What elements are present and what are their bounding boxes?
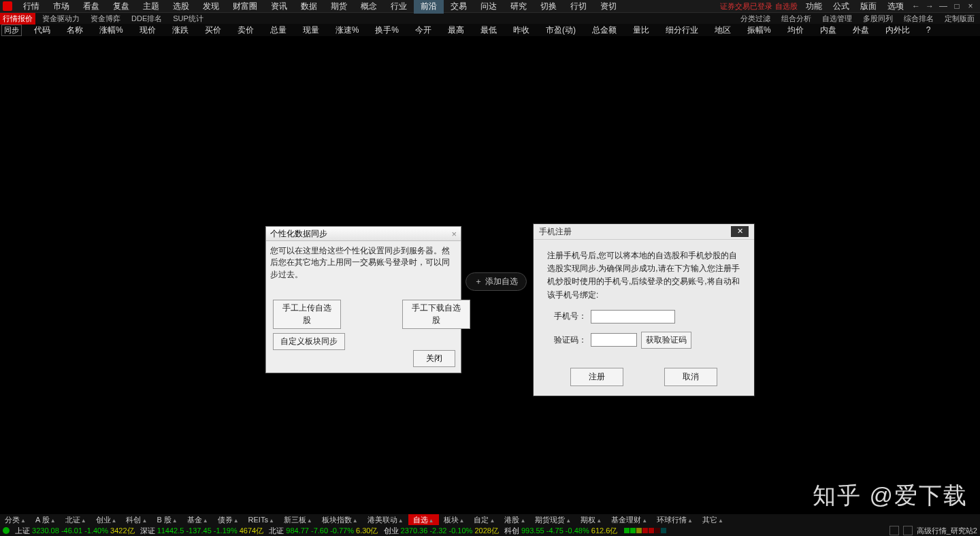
column-header-23[interactable]: 外盘: [845, 25, 877, 35]
subtab-right-4[interactable]: 综合排名: [898, 13, 939, 25]
column-header-12[interactable]: 最高: [440, 25, 472, 35]
menu-item-15[interactable]: 问达: [474, 0, 504, 14]
column-header-5[interactable]: 买价: [197, 25, 229, 35]
bottom-tab-5[interactable]: B 股▲: [152, 514, 182, 525]
bottom-tab-2[interactable]: 北证▲: [61, 514, 91, 525]
phone-input[interactable]: [591, 310, 675, 324]
menu-item-4[interactable]: 主题: [136, 0, 166, 14]
index-item-2[interactable]: 北证 984.77 -7.60 -0.77% 6.30亿: [266, 526, 378, 536]
column-header-1[interactable]: 名称: [59, 25, 91, 35]
column-header-4[interactable]: 涨跌: [164, 25, 197, 35]
quote-mode-tag[interactable]: 行情报价: [0, 13, 35, 25]
column-header-10[interactable]: 换手%: [367, 25, 407, 35]
close-button[interactable]: 关闭: [413, 350, 455, 367]
index-item-4[interactable]: 科创 993.55 -4.75 -0.48% 612.6亿: [502, 526, 617, 536]
upload-watchlist-button[interactable]: 手工上传自选股: [273, 300, 341, 329]
status-icon-2[interactable]: [903, 526, 913, 535]
status-icon-1[interactable]: [889, 526, 899, 535]
menu-item-5[interactable]: 选股: [166, 0, 196, 14]
subtab-right-2[interactable]: 自选管理: [817, 13, 858, 25]
bottom-tab-14[interactable]: 自定▲: [469, 514, 500, 525]
bottom-tab-4[interactable]: 科创▲: [121, 514, 152, 525]
code-input[interactable]: [591, 333, 637, 347]
column-header-6[interactable]: 卖价: [229, 25, 262, 35]
menu-item-9[interactable]: 数据: [294, 0, 324, 14]
right-menu-item-1[interactable]: 公式: [828, 0, 855, 14]
cancel-button[interactable]: 取消: [664, 368, 717, 386]
close-icon[interactable]: ✕: [731, 226, 749, 237]
column-header-15[interactable]: 市盈(动): [538, 25, 584, 35]
subtab-left-0[interactable]: 资金驱动力: [37, 14, 85, 23]
column-header-14[interactable]: 昨收: [505, 25, 538, 35]
add-watchlist-button[interactable]: ＋ 添加自选: [466, 272, 527, 291]
column-header-8[interactable]: 现量: [295, 25, 327, 35]
menu-item-3[interactable]: 复盘: [106, 0, 136, 14]
column-header-24[interactable]: 内外比: [877, 25, 918, 35]
column-header-7[interactable]: 总量: [262, 25, 295, 35]
menu-item-12[interactable]: 行业: [384, 0, 414, 14]
subtab-right-1[interactable]: 组合分析: [776, 13, 817, 25]
close-window-icon[interactable]: ×: [964, 1, 977, 11]
menu-item-14[interactable]: 交易: [444, 0, 474, 14]
maximize-icon[interactable]: □: [950, 1, 964, 11]
bottom-tab-15[interactable]: 港股▲: [500, 514, 530, 525]
right-menu-item-0[interactable]: 功能: [800, 0, 828, 14]
subtab-right-3[interactable]: 多股同列: [858, 13, 898, 25]
bottom-tab-3[interactable]: 创业▲: [91, 514, 122, 525]
index-item-3[interactable]: 创业 2370.36 -2.32 -0.10% 2028亿: [381, 526, 499, 536]
help-icon[interactable]: ?: [918, 25, 939, 35]
custom-block-sync-button[interactable]: 自定义板块同步: [273, 333, 345, 350]
column-header-0[interactable]: 代码: [26, 25, 59, 35]
column-header-17[interactable]: 量比: [625, 25, 657, 35]
bottom-tab-20[interactable]: 其它▲: [698, 514, 728, 525]
bottom-tab-10[interactable]: 板块指数▲: [317, 514, 363, 525]
bottom-tab-7[interactable]: 债券▲: [213, 514, 244, 525]
menu-item-1[interactable]: 市场: [46, 0, 76, 14]
subtab-left-2[interactable]: DDE排名: [126, 14, 167, 23]
menu-item-11[interactable]: 概念: [354, 0, 384, 14]
right-menu-item-3[interactable]: 选项: [882, 0, 909, 14]
register-button[interactable]: 注册: [570, 368, 623, 386]
sync-button[interactable]: 同步: [1, 25, 22, 36]
index-item-1[interactable]: 深证 11442.5 -137.45 -1.19% 4674亿: [137, 526, 264, 536]
column-header-11[interactable]: 今开: [407, 25, 440, 35]
bottom-tab-1[interactable]: A 股▲: [31, 514, 61, 525]
menu-item-17[interactable]: 切换: [534, 0, 564, 14]
menu-item-7[interactable]: 财富圈: [226, 0, 264, 14]
subtab-right-0[interactable]: 分类过滤: [735, 13, 776, 25]
bottom-tab-11[interactable]: 港美联动▲: [363, 514, 408, 525]
bottom-tab-12[interactable]: 自选▲: [408, 514, 439, 525]
get-code-button[interactable]: 获取验证码: [641, 332, 691, 349]
index-item-0[interactable]: 上证 3230.08 -46.01 -1.40% 3422亿: [12, 526, 135, 536]
back-icon[interactable]: ←: [909, 1, 923, 11]
bottom-tab-8[interactable]: REITs▲: [244, 515, 279, 524]
right-menu-item-2[interactable]: 版面: [855, 0, 882, 14]
menu-item-0[interactable]: 行情: [16, 0, 46, 14]
minimize-icon[interactable]: —: [936, 1, 950, 11]
subtab-left-1[interactable]: 资金博弈: [85, 14, 126, 23]
bottom-tab-18[interactable]: 基金理财▲: [606, 514, 652, 525]
download-watchlist-button[interactable]: 手工下载自选股: [402, 300, 470, 329]
bottom-tab-0[interactable]: 分类▲: [0, 514, 31, 525]
menu-item-8[interactable]: 资讯: [264, 0, 294, 14]
bottom-tab-16[interactable]: 期货现货▲: [530, 514, 576, 525]
menu-item-2[interactable]: 看盘: [76, 0, 106, 14]
column-header-13[interactable]: 最低: [472, 25, 505, 35]
bottom-tab-19[interactable]: 环球行情▲: [652, 514, 698, 525]
column-header-21[interactable]: 均价: [779, 25, 812, 35]
column-header-20[interactable]: 振幅%: [739, 25, 779, 35]
forward-icon[interactable]: →: [923, 1, 936, 11]
subtab-right-5[interactable]: 定制版面: [939, 13, 980, 25]
column-header-2[interactable]: 涨幅%: [91, 25, 131, 35]
bottom-tab-6[interactable]: 基金▲: [182, 514, 213, 525]
close-icon[interactable]: ×: [451, 229, 457, 239]
bottom-tab-9[interactable]: 新三板▲: [279, 514, 317, 525]
column-header-18[interactable]: 细分行业: [657, 25, 706, 35]
subtab-left-3[interactable]: SUP统计: [167, 14, 209, 23]
menu-item-10[interactable]: 期货: [324, 0, 354, 14]
menu-item-16[interactable]: 研究: [504, 0, 534, 14]
column-header-3[interactable]: 现价: [131, 25, 164, 35]
menu-item-19[interactable]: 资切: [593, 0, 623, 14]
bottom-tab-17[interactable]: 期权▲: [576, 514, 606, 525]
column-header-16[interactable]: 总金额: [584, 25, 625, 35]
